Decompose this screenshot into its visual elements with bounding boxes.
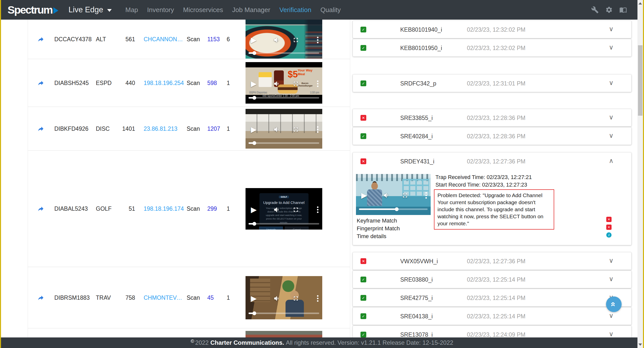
video-progress-handle[interactable] — [395, 207, 399, 211]
more-options-icon[interactable] — [317, 79, 318, 88]
scroll-to-top-button[interactable]: « — [606, 296, 622, 312]
share-icon[interactable] — [37, 79, 44, 86]
chevron-up-icon[interactable]: ∧ — [609, 157, 614, 165]
play-icon[interactable]: ▶ — [251, 80, 257, 88]
volume-icon[interactable] — [273, 206, 281, 213]
scrollbar-up-arrow-icon[interactable] — [638, 2, 642, 5]
scan-action[interactable]: Scan — [187, 36, 200, 43]
video-player[interactable]: ▶ — [356, 174, 431, 215]
volume-icon[interactable] — [383, 192, 390, 199]
chevron-down-icon[interactable]: ∨ — [609, 79, 614, 87]
chevron-down-icon[interactable]: ∨ — [609, 275, 614, 283]
video-progress-bar[interactable] — [249, 142, 319, 144]
nav-item-verification[interactable]: Verification — [279, 6, 311, 14]
play-icon[interactable]: ▶ — [251, 295, 257, 302]
nav-item-microservices[interactable]: Microservices — [183, 6, 223, 14]
video-progress-handle[interactable] — [252, 141, 256, 145]
share-icon[interactable] — [37, 125, 44, 132]
volume-icon[interactable] — [273, 126, 281, 133]
volume-icon[interactable] — [273, 295, 281, 302]
scan-count-link[interactable]: 1207 — [207, 125, 220, 132]
verification-card[interactable]: ✕VWX05VWH_i02/23/23, 12:27:36 PM∨ — [353, 252, 631, 270]
video-progress-bar[interactable] — [249, 97, 319, 99]
scan-count-link[interactable]: 598 — [207, 79, 217, 86]
scan-action[interactable]: Scan — [187, 294, 200, 301]
source-link[interactable]: 198.18.196.174 — [144, 205, 185, 212]
verification-card[interactable]: ✓SRE40284_i02/23/23, 12:28:36 PM∨ — [353, 127, 631, 145]
verification-card[interactable]: ✓SRE03880_i02/23/23, 12:25:14 PM∨ — [353, 271, 631, 288]
play-icon[interactable]: ▶ — [251, 36, 257, 44]
video-player[interactable]: GOLFUpgrade to Add ChannelYour current s… — [246, 188, 322, 230]
app-title-dropdown[interactable]: Live Edge — [68, 5, 112, 14]
more-options-icon[interactable] — [317, 294, 318, 303]
chevron-down-icon[interactable]: ∨ — [609, 113, 614, 121]
fullscreen-icon[interactable] — [292, 206, 299, 213]
status-fail-icon[interactable]: ✕ — [606, 225, 612, 230]
scan-count-link[interactable]: 45 — [207, 294, 214, 301]
video-progress-bar[interactable] — [249, 52, 319, 54]
more-options-icon[interactable] — [425, 191, 427, 200]
video-player[interactable]: ▶ — [246, 276, 322, 319]
spectrum-logo[interactable]: Spectrum — [8, 4, 58, 16]
nav-item-inventory[interactable]: Inventory — [147, 6, 174, 14]
nav-item-quality[interactable]: Quality — [320, 6, 341, 14]
chevron-down-icon[interactable]: ∨ — [609, 330, 614, 338]
video-progress-bar[interactable] — [249, 313, 319, 314]
verification-card[interactable]: ✓KEB80101950_i02/23/23, 12:32:02 PM∨ — [353, 39, 631, 57]
fullscreen-icon[interactable] — [292, 126, 299, 133]
share-icon[interactable] — [37, 36, 44, 43]
share-icon[interactable] — [37, 294, 44, 301]
fullscreen-icon[interactable] — [292, 295, 299, 302]
nav-item-job-manager[interactable]: Job Manager — [232, 6, 270, 14]
chevron-down-icon[interactable]: ∨ — [609, 132, 614, 140]
video-progress-handle[interactable] — [252, 51, 256, 55]
verification-card[interactable]: ✓KEB80101940_i02/23/23, 12:32:02 PM∨ — [353, 21, 631, 38]
more-options-icon[interactable] — [317, 205, 318, 214]
chevron-down-icon[interactable]: ∨ — [609, 44, 614, 51]
fullscreen-icon[interactable] — [401, 192, 409, 199]
scrollbar-down-arrow-icon[interactable] — [638, 343, 642, 346]
verification-card[interactable]: ✓SRE42775_i02/23/23, 12:25:14 PM∨ — [353, 289, 631, 307]
verification-card[interactable]: ✓SRDFC342_p02/23/23, 12:31:01 PM∨ — [353, 74, 631, 92]
fullscreen-icon[interactable] — [292, 80, 299, 87]
video-progress-handle[interactable] — [252, 312, 256, 315]
scan-action[interactable]: Scan — [187, 79, 200, 86]
volume-icon[interactable] — [273, 36, 281, 44]
info-icon[interactable]: i — [606, 232, 612, 238]
video-player[interactable]: ▶ — [246, 109, 322, 149]
source-link[interactable]: 198.18.196.254 — [144, 79, 185, 86]
chevron-down-icon[interactable]: ∨ — [609, 312, 614, 320]
video-progress-handle[interactable] — [252, 96, 256, 100]
play-icon[interactable]: ▶ — [251, 206, 257, 213]
scrollbar[interactable] — [637, 0, 643, 348]
verification-card[interactable]: ✕SRE33855_i02/23/23, 12:28:36 PM∨ — [353, 109, 631, 126]
gear-icon[interactable] — [605, 6, 613, 14]
play-icon[interactable]: ▶ — [361, 192, 367, 199]
scan-count-link[interactable]: 1153 — [207, 36, 220, 43]
source-link[interactable]: CHMONTEVALL... — [144, 294, 185, 301]
play-icon[interactable]: ▶ — [251, 126, 257, 133]
source-link[interactable]: 23.86.81.213 — [144, 125, 185, 132]
wrench-icon[interactable] — [591, 6, 599, 14]
verification-card[interactable]: ✓SRE04138_i02/23/23, 12:25:14 PM∨ — [353, 307, 631, 325]
more-options-icon[interactable] — [317, 125, 318, 134]
video-progress-handle[interactable] — [252, 222, 256, 226]
volume-icon[interactable] — [273, 80, 281, 88]
video-progress-bar[interactable] — [249, 223, 319, 225]
video-player[interactable]: $5Your Way MealBacon CheeseburgerESPN De… — [246, 62, 322, 104]
nav-item-map[interactable]: Map — [125, 6, 138, 14]
source-link[interactable]: CHCANNONCIT... — [144, 36, 185, 43]
video-progress-bar[interactable] — [359, 208, 428, 210]
share-icon[interactable] — [37, 205, 44, 212]
more-options-icon[interactable] — [317, 36, 318, 44]
scan-count-link[interactable]: 299 — [207, 205, 217, 212]
book-icon[interactable] — [619, 6, 627, 14]
scan-action[interactable]: Scan — [187, 125, 200, 132]
scrollbar-thumb[interactable] — [638, 45, 642, 116]
scan-action[interactable]: Scan — [187, 205, 200, 212]
status-fail-icon[interactable]: ✕ — [606, 217, 612, 222]
fullscreen-icon[interactable] — [292, 36, 299, 44]
verification-card[interactable]: ✕SRDEY431_i02/23/23, 12:27:36 PM∧▶Trap R… — [353, 152, 631, 245]
chevron-down-icon[interactable]: ∨ — [609, 257, 614, 265]
video-player[interactable]: ▶ — [246, 20, 322, 59]
